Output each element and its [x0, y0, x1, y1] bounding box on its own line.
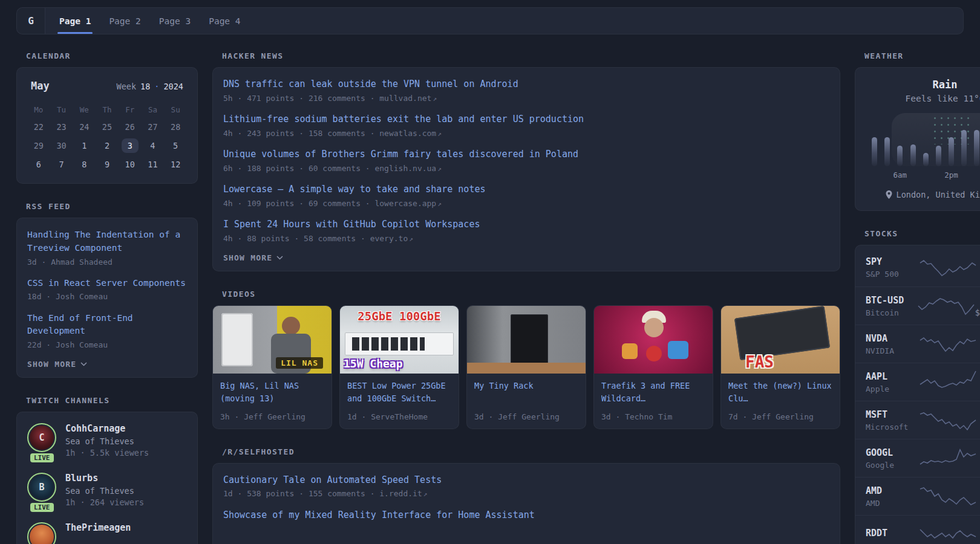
chevron-down-icon [80, 362, 87, 366]
weather-bar [910, 113, 916, 166]
icon-art [646, 346, 662, 361]
calendar-day: 8 [73, 155, 96, 173]
video-thumbnail[interactable] [467, 306, 586, 374]
stock-sparkline [919, 484, 977, 508]
video-title-link[interactable]: Traefik 3 and FREE Wildcard… [601, 380, 705, 405]
reddit-item: Cautionary Tale on Automated Speed Tests… [223, 474, 829, 500]
stock-price: $61,725.48 [975, 308, 980, 317]
video-title-link[interactable]: My Tiny Rack [474, 380, 578, 392]
pc-case-art [221, 313, 253, 366]
twitch-section-label: TWITCH CHANNELS [26, 396, 198, 405]
calendar-header: May Week 18 · 2024 [27, 80, 187, 92]
video-title-link[interactable]: Big NAS, Lil NAS (moving 13) [220, 380, 324, 405]
calendar-card: May Week 18 · 2024 Mo Tu We Th Fr [16, 67, 198, 184]
stock-name: Bitcoin [866, 308, 917, 317]
tab-page-2[interactable]: Page 2 [107, 8, 142, 34]
stock-ticker: AMD [866, 485, 919, 496]
weekday-label: Sa [142, 102, 165, 117]
hn-story-link[interactable]: Lowercase – A simple way to take and sha… [223, 183, 829, 196]
video-thumbnail[interactable]: 25GbE 100GbE 15W Cheap [340, 306, 459, 374]
twitch-avatar-wrap [27, 522, 56, 544]
chevron-down-icon [276, 256, 283, 260]
reddit-item-meta: 1d · 538 points · 155 comments · i.redd.… [223, 488, 829, 499]
twitch-avatar-wrap: C LIVE [27, 423, 56, 458]
hn-item: Unique volumes of Brothers Grimm fairy t… [223, 148, 829, 174]
avatar[interactable] [27, 522, 56, 544]
server-rack-art [511, 314, 548, 365]
hn-story-link[interactable]: DNS traffic can leak outside the VPN tun… [223, 78, 829, 91]
weather-time-label: 6am [897, 170, 903, 180]
video-thumbnail[interactable]: LIL NAS [213, 306, 332, 374]
external-link-icon: ↗ [433, 95, 437, 103]
video-title-link[interactable]: BEST Low Power 25GbE and 100GbE Switch… [347, 380, 451, 405]
hn-item: DNS traffic can leak outside the VPN tun… [223, 78, 829, 104]
twitch-channel-info: CohhCarnage Sea of Thieves 1h · 5.5k vie… [65, 423, 149, 458]
avatar[interactable]: C [27, 423, 56, 452]
video-thumbnail[interactable] [594, 306, 713, 374]
calendar-day: 7 [50, 155, 73, 173]
videos-carousel[interactable]: LIL NAS Big NAS, Lil NAS (moving 13) 3h … [212, 305, 840, 429]
stock-sparkline [919, 332, 977, 356]
stock-row-nvda[interactable]: NVDANVIDIA +3.52%$888.40 [855, 325, 980, 363]
twitch-channel-link[interactable]: CohhCarnage [65, 423, 149, 434]
rss-show-more-button[interactable]: SHOW MORE [27, 360, 187, 369]
rss-link[interactable]: Handling The Indentation of a Treeview C… [27, 228, 187, 255]
stock-row-msft[interactable]: MSFTMicrosoft +2.16%$406.43 [855, 401, 980, 439]
video-title-link[interactable]: Meet the (new?) Linux Clu… [728, 380, 832, 405]
weekday-label: Fr [119, 102, 142, 117]
rss-link[interactable]: The End of Front-End Development [27, 312, 187, 338]
twitch-channel-link[interactable]: ThePrimeagen [65, 522, 131, 533]
hn-story-link[interactable]: I Spent 24 Hours with GitHub Copilot Wor… [223, 218, 829, 232]
weather-card: Rain Feels like 11°C 12° 6am2pm10pm Lond… [855, 67, 980, 211]
external-link-icon: ↗ [437, 200, 442, 208]
hackernews-section: HACKER NEWS DNS traffic can leak outside… [212, 51, 840, 271]
stock-row-spy[interactable]: SPYS&P 500 +1.29%$511.57 [855, 248, 980, 287]
stock-price: $511.57 [977, 270, 980, 279]
video-thumbnail[interactable]: FAS [721, 306, 840, 374]
calendar-day: 28 [164, 117, 187, 136]
weather-time-label: 2pm [949, 170, 954, 180]
reddit-post-link[interactable]: Cautionary Tale on Automated Speed Tests [223, 474, 829, 487]
hn-show-more-button[interactable]: SHOW MORE [223, 253, 829, 262]
stock-change: +0.10% [977, 447, 980, 458]
stock-row-btc[interactable]: BTC-USDBitcoin +4.40%$61,725.48 [855, 287, 980, 325]
stock-ticker: SPY [866, 256, 919, 267]
hn-story-link[interactable]: Unique volumes of Brothers Grimm fairy t… [223, 148, 829, 161]
stock-ticker: GOOGL [866, 447, 919, 458]
stock-row-amd[interactable]: AMDAMD +2.94%$150.45 [855, 477, 980, 515]
avatar[interactable]: B [27, 473, 56, 502]
weather-bar [923, 113, 929, 166]
rss-section: RSS FEED Handling The Indentation of a T… [16, 202, 198, 378]
calendar-year: 2024 [163, 82, 183, 91]
stock-name: Google [866, 461, 919, 470]
twitch-channel-link[interactable]: Blurbs [65, 473, 144, 484]
tab-page-3[interactable]: Page 3 [157, 8, 192, 34]
videos-section: VIDEOS LIL NAS Big NAS, Lil NAS (moving … [212, 290, 840, 429]
rss-card: Handling The Indentation of a Treeview C… [16, 218, 198, 378]
twitch-channel-row: B LIVE Blurbs Sea of Thieves 1h · 264 vi… [27, 473, 187, 507]
twitch-card: C LIVE CohhCarnage Sea of Thieves 1h · 5… [16, 412, 198, 544]
stock-sparkline [919, 408, 977, 432]
weather-bar [897, 113, 903, 166]
reddit-post-link[interactable]: Showcase of my Mixed Reality Interface f… [223, 509, 829, 522]
hn-item: I Spent 24 Hours with GitHub Copilot Wor… [223, 218, 829, 244]
hn-story-link[interactable]: Lithium-free sodium batteries exit the l… [223, 113, 829, 126]
app-logo[interactable]: G [17, 8, 45, 34]
tab-page-1[interactable]: Page 1 [57, 8, 93, 34]
calendar-day: 4 [142, 136, 165, 155]
stock-row-rddt[interactable]: RDDT -1.65% [855, 515, 980, 544]
stock-name: NVIDIA [866, 346, 919, 355]
stock-change: +2.94% [977, 485, 980, 496]
video-card: Traefik 3 and FREE Wildcard… 3d · Techno… [593, 305, 713, 429]
hn-item-meta: 4h · 243 points · 158 comments · newatla… [223, 128, 829, 139]
stock-row-aapl[interactable]: AAPLApple +6.87%$184.91 [855, 363, 980, 401]
rss-item-meta: 22d · Josh Comeau [27, 340, 187, 351]
left-column: CALENDAR May Week 18 · 2024 Mo Tu [16, 51, 198, 544]
videos-section-label: VIDEOS [222, 290, 840, 299]
twitch-game: Sea of Thieves [65, 436, 149, 446]
calendar-section: CALENDAR May Week 18 · 2024 Mo Tu [16, 51, 198, 184]
rss-link[interactable]: CSS in React Server Components [27, 277, 187, 290]
hn-item-meta: 4h · 88 points · 58 comments · every.to↗ [223, 233, 829, 244]
tab-page-4[interactable]: Page 4 [207, 8, 242, 34]
stock-row-googl[interactable]: GOOGLGoogle +0.10%$166.78 [855, 439, 980, 477]
